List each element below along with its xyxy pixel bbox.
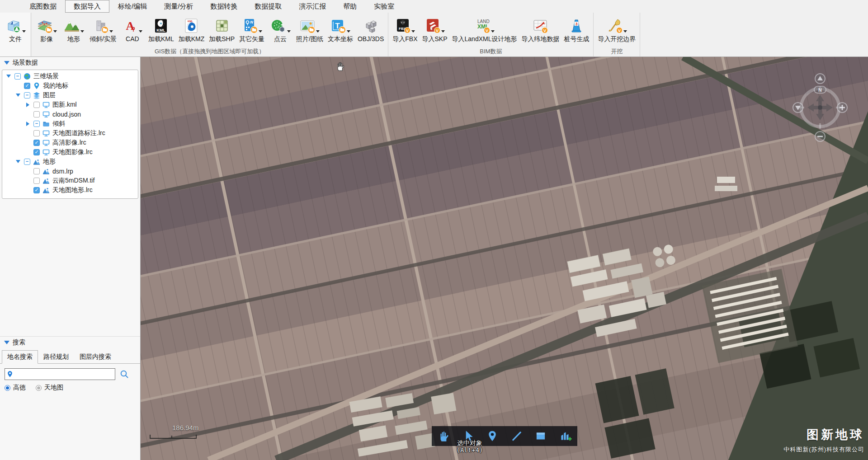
tree-expander-icon[interactable] bbox=[5, 75, 12, 78]
dropdown-arrow-icon[interactable] bbox=[491, 30, 495, 33]
ribbon-button-load-shp[interactable]: 加载SHP bbox=[207, 14, 237, 43]
tree-checkbox[interactable]: − bbox=[24, 92, 30, 99]
ribbon-button-file[interactable]: 文件 bbox=[2, 14, 29, 43]
ribbon-button-obj3ds[interactable]: OBJ/3DS bbox=[355, 14, 386, 42]
search-magnifier-icon[interactable] bbox=[120, 370, 129, 379]
ribbon-button-imagery[interactable]: 影像 bbox=[33, 14, 60, 43]
menu-tab-标绘/编辑[interactable]: 标绘/编辑 bbox=[109, 0, 156, 13]
draw-rectangle-icon[interactable] bbox=[532, 427, 550, 445]
dropdown-arrow-icon[interactable] bbox=[347, 30, 350, 33]
dropdown-arrow-icon[interactable] bbox=[80, 30, 84, 33]
dropdown-arrow-icon[interactable] bbox=[53, 30, 57, 33]
tree-item-我的地标[interactable]: ✓我的地标 bbox=[2, 81, 138, 90]
tree-item-高清影像.lrc[interactable]: ✓高清影像.lrc bbox=[2, 138, 138, 147]
ribbon-button-oblique[interactable]: 倾斜/实景 bbox=[87, 14, 119, 43]
tree-item-图层[interactable]: −图层 bbox=[2, 90, 138, 100]
map-viewport[interactable]: N 186.94m 选中对象 (Alt+4) 图新地球 中科图新(苏州)科技有限… bbox=[141, 57, 868, 460]
ribbon-button-import-excavation[interactable]: V导入开挖边界 bbox=[595, 14, 638, 43]
menu-tab-实验室[interactable]: 实验室 bbox=[365, 0, 403, 13]
tree-item-label[interactable]: 天地图道路标注.lrc bbox=[52, 129, 105, 137]
tree-checkbox[interactable]: − bbox=[33, 121, 40, 127]
dropdown-arrow-icon[interactable] bbox=[109, 30, 113, 33]
tree-item-图新.kml[interactable]: 图新.kml bbox=[2, 100, 138, 109]
menu-tab-数据转换[interactable]: 数据转换 bbox=[202, 0, 246, 13]
search-tab-路径规划[interactable]: 路径规划 bbox=[38, 350, 74, 364]
ribbon-button-import-skp[interactable]: V导入SKP bbox=[420, 14, 450, 43]
ribbon-button-point-cloud[interactable]: 点云 bbox=[267, 14, 294, 43]
tree-item-天地图道路标注.lrc[interactable]: 天地图道路标注.lrc bbox=[2, 128, 138, 138]
dropdown-arrow-icon[interactable] bbox=[287, 30, 291, 33]
zoom-in-button[interactable] bbox=[837, 103, 847, 113]
dropdown-arrow-icon[interactable] bbox=[441, 30, 445, 33]
radio-icon[interactable] bbox=[5, 385, 10, 391]
draw-line-icon[interactable] bbox=[508, 427, 526, 445]
dropdown-arrow-icon[interactable] bbox=[411, 30, 415, 33]
zoom-out-button[interactable] bbox=[815, 131, 825, 141]
radio-icon[interactable] bbox=[36, 385, 42, 391]
search-header[interactable]: 搜索 bbox=[0, 336, 140, 348]
tree-item-dsm.lrp[interactable]: dsm.lrp bbox=[2, 166, 138, 176]
tilt-up-button[interactable] bbox=[815, 74, 825, 84]
provider-radio-天地图[interactable]: 天地图 bbox=[36, 384, 63, 392]
dropdown-arrow-icon[interactable] bbox=[259, 30, 262, 33]
menu-tab-底图数据[interactable]: 底图数据 bbox=[21, 0, 65, 13]
tree-item-label[interactable]: dsm.lrp bbox=[52, 168, 73, 175]
tree-expander-icon[interactable] bbox=[14, 94, 22, 97]
tree-item-label[interactable]: 高清影像.lrc bbox=[52, 139, 86, 147]
tree-item-label[interactable]: 倾斜 bbox=[52, 120, 65, 128]
menu-tab-数据导入[interactable]: 数据导入 bbox=[65, 0, 109, 13]
dropdown-arrow-icon[interactable] bbox=[623, 30, 627, 33]
tree-item-云南5mDSM.tif[interactable]: 云南5mDSM.tif bbox=[2, 176, 138, 185]
tree-item-label[interactable]: 图层 bbox=[43, 91, 56, 99]
tree-checkbox[interactable] bbox=[33, 111, 40, 117]
north-reset-button[interactable]: N bbox=[814, 86, 826, 93]
tree-item-label[interactable]: 云南5mDSM.tif bbox=[52, 177, 94, 185]
tree-item-天地图地形.lrc[interactable]: ✓天地图地形.lrc bbox=[2, 185, 138, 195]
menu-tab-数据提取[interactable]: 数据提取 bbox=[246, 0, 290, 13]
tree-item-label[interactable]: 天地图地形.lrc bbox=[52, 186, 93, 194]
tree-item-label[interactable]: 我的地标 bbox=[43, 82, 68, 90]
stats-chart-icon[interactable] bbox=[556, 427, 574, 445]
ribbon-button-terrain[interactable]: 地形 bbox=[60, 14, 87, 43]
dropdown-arrow-icon[interactable] bbox=[139, 30, 142, 33]
ribbon-button-import-weidi[interactable]: V导入纬地数据 bbox=[519, 14, 561, 43]
dropdown-arrow-icon[interactable] bbox=[22, 30, 26, 33]
tree-item-倾斜[interactable]: −倾斜 bbox=[2, 119, 138, 128]
tree-item-天地图影像.lrc[interactable]: ✓天地图影像.lrc bbox=[2, 147, 138, 157]
ribbon-button-stake-gen[interactable]: 3桩号生成 bbox=[561, 14, 591, 43]
tree-item-label[interactable]: 图新.kml bbox=[52, 101, 77, 109]
ribbon-button-load-kml[interactable]: KML加载KML bbox=[146, 14, 176, 43]
scene-data-header[interactable]: 场景数据 bbox=[0, 57, 140, 69]
ribbon-button-load-kmz[interactable]: KML加载KMZ bbox=[176, 14, 207, 43]
tree-checkbox[interactable] bbox=[33, 130, 40, 136]
tree-item-三维场景[interactable]: −三维场景 bbox=[2, 71, 138, 81]
tilt-down-button[interactable] bbox=[793, 103, 803, 113]
menu-tab-演示汇报[interactable]: 演示汇报 bbox=[290, 0, 335, 13]
tree-item-label[interactable]: 地形 bbox=[43, 158, 56, 166]
tree-checkbox[interactable]: − bbox=[24, 159, 30, 165]
tree-item-label[interactable]: 三维场景 bbox=[33, 72, 59, 80]
tree-expander-icon[interactable] bbox=[24, 103, 31, 107]
tree-item-cloud.json[interactable]: cloud.json bbox=[2, 109, 138, 119]
dropdown-arrow-icon[interactable] bbox=[316, 30, 320, 33]
menu-tab-测量/分析[interactable]: 测量/分析 bbox=[156, 0, 202, 13]
tree-checkbox[interactable] bbox=[33, 102, 40, 108]
ribbon-button-photo[interactable]: 照片/图纸 bbox=[294, 14, 326, 43]
search-input-box[interactable] bbox=[5, 368, 115, 380]
tree-item-地形[interactable]: −地形 bbox=[2, 157, 138, 166]
tree-checkbox[interactable]: − bbox=[14, 73, 21, 80]
tree-expander-icon[interactable] bbox=[24, 122, 31, 126]
compass-navigation-widget[interactable]: N bbox=[791, 71, 849, 144]
search-tab-图层内搜索[interactable]: 图层内搜索 bbox=[74, 350, 117, 364]
tree-checkbox[interactable] bbox=[33, 178, 40, 184]
ribbon-button-import-landxml[interactable]: LANDXMLV导入LandXML设计地形 bbox=[450, 14, 519, 43]
tree-checkbox[interactable] bbox=[33, 168, 40, 174]
tree-checkbox[interactable]: ✓ bbox=[33, 140, 40, 146]
search-tab-地名搜索[interactable]: 地名搜索 bbox=[2, 350, 38, 364]
ribbon-button-other-vector[interactable]: N其它矢量 bbox=[237, 14, 267, 43]
tree-checkbox[interactable]: ✓ bbox=[33, 149, 40, 155]
ribbon-button-import-fbx[interactable]: FBXV导入FBX bbox=[390, 14, 420, 43]
menu-tab-帮助[interactable]: 帮助 bbox=[335, 0, 365, 13]
provider-radio-高德[interactable]: 高德 bbox=[5, 384, 26, 392]
ribbon-button-text-coord[interactable]: T文本坐标 bbox=[326, 14, 355, 43]
